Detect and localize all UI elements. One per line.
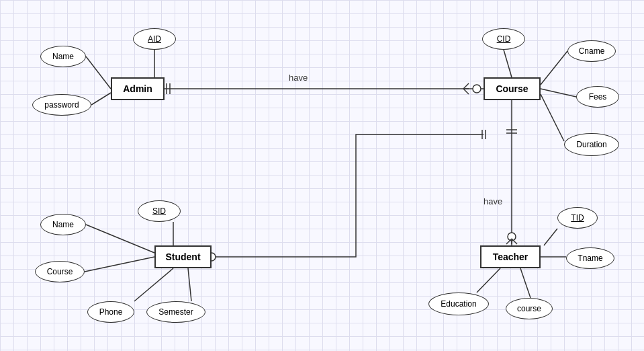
svg-line-10 [134, 268, 173, 301]
attr-aid: AID [133, 28, 176, 50]
attr-cname: Cname [567, 40, 616, 62]
attr-tid: TID [557, 207, 598, 229]
svg-line-12 [544, 229, 557, 245]
teacher-entity: Teacher [480, 245, 541, 268]
attr-semester: Semester [146, 301, 205, 323]
student-label: Student [165, 251, 200, 262]
svg-line-14 [477, 268, 500, 292]
relationship-have-label: have [289, 73, 308, 83]
svg-point-19 [473, 85, 481, 93]
svg-line-21 [463, 89, 469, 94]
attr-education: Education [428, 292, 489, 315]
attr-fees: Fees [576, 86, 619, 108]
student-entity: Student [154, 245, 212, 268]
svg-line-2 [91, 93, 111, 105]
svg-line-15 [520, 268, 531, 298]
attr-teacher-course: course [506, 298, 553, 319]
svg-line-4 [541, 51, 567, 85]
svg-line-9 [85, 257, 154, 272]
attr-sid: SID [138, 200, 181, 222]
svg-line-6 [541, 94, 564, 141]
teacher-label: Teacher [493, 251, 528, 262]
svg-line-20 [463, 83, 469, 89]
attr-phone: Phone [87, 301, 134, 323]
svg-line-8 [86, 225, 154, 253]
attr-student-name: Name [40, 214, 86, 235]
admin-label: Admin [123, 83, 152, 94]
svg-line-27 [506, 239, 512, 244]
svg-point-26 [508, 233, 516, 241]
attr-cid: CID [482, 28, 525, 50]
attr-tname: Tname [566, 247, 614, 269]
attr-admin-name: Name [40, 46, 86, 67]
course-label: Course [496, 83, 528, 94]
svg-line-3 [504, 50, 512, 77]
relationship-have2-label: have [484, 196, 502, 206]
svg-line-28 [512, 239, 517, 244]
attr-duration: Duration [564, 133, 619, 156]
attr-password: password [32, 94, 91, 116]
svg-line-5 [541, 89, 576, 97]
course-entity: Course [484, 77, 541, 100]
svg-line-11 [188, 268, 191, 301]
svg-line-1 [86, 56, 111, 89]
attr-student-course: Course [35, 261, 85, 282]
admin-entity: Admin [111, 77, 165, 100]
